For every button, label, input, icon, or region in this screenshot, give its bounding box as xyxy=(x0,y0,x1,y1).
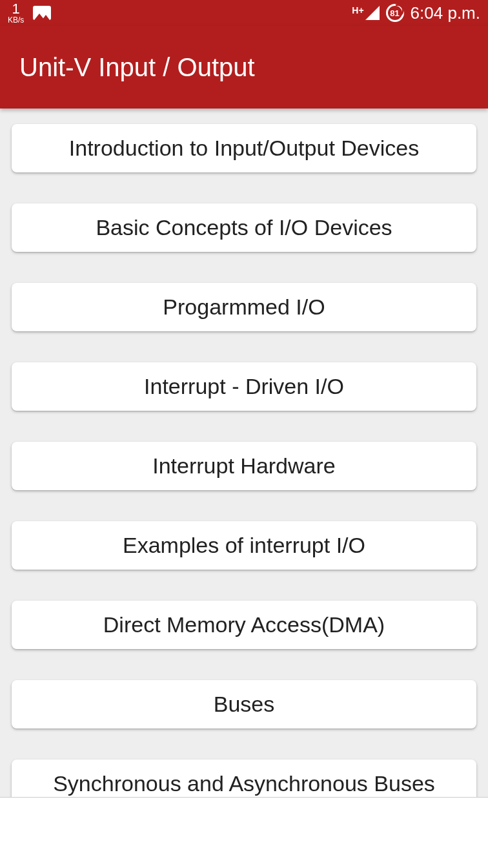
status-bar: 1 KB/s H+ 81 6:04 p.m. xyxy=(0,0,488,26)
signal-indicator: H+ xyxy=(352,6,379,20)
topic-item-examples-interrupt[interactable]: Examples of interrupt I/O xyxy=(12,521,476,570)
app-bar: Unit-V Input / Output xyxy=(0,26,488,108)
status-left: 1 KB/s xyxy=(8,2,51,24)
page-title: Unit-V Input / Output xyxy=(19,53,255,82)
topic-item-interrupt-driven[interactable]: Interrupt - Driven I/O xyxy=(12,362,476,411)
battery-level: 81 xyxy=(390,8,399,18)
network-type: H+ xyxy=(352,6,363,15)
topic-item-basic-concepts[interactable]: Basic Concepts of I/O Devices xyxy=(12,203,476,252)
bottom-nav-bar xyxy=(0,797,488,868)
image-icon xyxy=(33,6,51,20)
network-speed-indicator: 1 KB/s xyxy=(8,2,24,24)
signal-icon xyxy=(365,6,380,20)
speed-value: 1 xyxy=(12,2,20,16)
topic-item-dma[interactable]: Direct Memory Access(DMA) xyxy=(12,601,476,649)
speed-unit: KB/s xyxy=(8,16,24,24)
status-right: H+ 81 6:04 p.m. xyxy=(352,3,480,23)
clock: 6:04 p.m. xyxy=(411,3,480,23)
battery-indicator: 81 xyxy=(386,4,404,22)
topic-item-buses[interactable]: Buses xyxy=(12,680,476,728)
topic-list[interactable]: Introduction to Input/Output Devices Bas… xyxy=(0,108,488,823)
topic-item-programmed-io[interactable]: Progarmmed I/O xyxy=(12,283,476,331)
topic-item-introduction[interactable]: Introduction to Input/Output Devices xyxy=(12,124,476,172)
topic-item-interrupt-hardware[interactable]: Interrupt Hardware xyxy=(12,442,476,490)
